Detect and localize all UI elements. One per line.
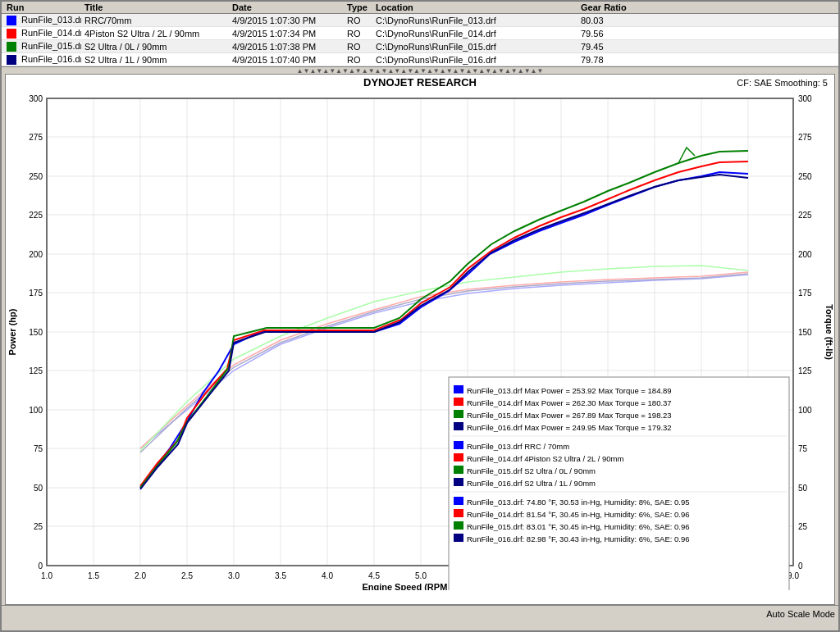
table-row[interactable]: RunFile_014.drf 4Piston S2 Ultra / 2L / … [2,27,838,40]
run-color-1 [7,16,16,25]
run-table: Run Title Date Type Location Gear Ratio … [2,2,838,67]
svg-text:4.5: 4.5 [368,571,380,580]
svg-text:25: 25 [34,522,43,531]
svg-text:5.0: 5.0 [415,571,427,580]
svg-rect-94 [454,497,463,505]
cell-gear-3: 79.45 [578,42,643,52]
svg-text:50: 50 [34,484,43,493]
table-row[interactable]: RunFile_015.drf S2 Ultra / 0L / 90mm 4/9… [2,40,838,53]
svg-text:175: 175 [29,289,43,298]
svg-text:275: 275 [798,133,812,142]
cell-title-2: 4Piston S2 Ultra / 2L / 90mm [81,29,229,39]
svg-text:225: 225 [29,211,43,220]
chart-container: DYNOJET RESEARCH CF: SAE Smoothing: 5 [5,74,835,605]
cell-type-3: RO [344,42,372,52]
svg-text:3.0: 3.0 [228,571,240,580]
cell-run-4: RunFile_016.drf [3,54,81,65]
table-row[interactable]: RunFile_016.drf S2 Ultra / 1L / 90mm 4/9… [2,53,838,66]
svg-text:RunFile_016.drf Max Power = 24: RunFile_016.drf Max Power = 249.95 Max T… [467,423,672,432]
cell-location-3: C:\DynoRuns\RunFile_015.drf [372,42,578,52]
chart-area: 300 275 250 225 200 175 150 125 100 75 5… [6,90,834,600]
col-header-type: Type [344,2,372,12]
svg-text:2.5: 2.5 [181,571,193,580]
svg-text:300: 300 [798,94,812,103]
svg-text:250: 250 [798,172,812,181]
run-color-2 [7,29,16,39]
svg-text:225: 225 [798,211,812,220]
svg-rect-96 [454,509,463,517]
cell-date-3: 4/9/2015 1:07:38 PM [229,42,344,52]
cell-date-1: 4/9/2015 1:07:30 PM [229,16,344,25]
svg-text:150: 150 [29,328,43,337]
chart-title: DYNOJET RESEARCH [363,76,477,89]
col-header-title: Title [81,2,229,12]
svg-text:Power (hp): Power (hp) [7,309,17,356]
svg-text:275: 275 [29,133,43,142]
cell-type-2: RO [344,29,372,39]
col-header-location: Location [372,2,578,12]
cell-run-1: RunFile_013.drf [3,15,81,25]
collapse-handle[interactable]: ▲▼▲▼▲▼▲▼▲▼▲▼▲▼▲▼▲▼▲▼▲▼▲▼▲▼▲▼▲▼▲▼▲▼▲▼▲▼ [2,67,838,74]
cell-gear-1: 80.03 [578,16,643,25]
chart-title-bar: DYNOJET RESEARCH CF: SAE Smoothing: 5 [6,75,834,90]
svg-text:25: 25 [798,522,808,531]
table-row[interactable]: RunFile_013.drf RRC/70mm 4/9/2015 1:07:3… [2,14,838,27]
cell-gear-2: 79.56 [578,29,643,39]
col-header-date: Date [229,2,344,12]
svg-text:RunFile_016.drf: 82.98 °F, 30.: RunFile_016.drf: 82.98 °F, 30.43 in-Hg, … [467,534,690,543]
svg-text:100: 100 [29,406,43,415]
cell-date-4: 4/9/2015 1:07:40 PM [229,55,344,65]
svg-text:200: 200 [29,250,43,259]
svg-text:150: 150 [798,328,812,337]
run-color-4 [7,55,16,65]
cell-type-4: RO [344,55,372,65]
svg-text:2.0: 2.0 [135,571,146,580]
svg-text:RunFile_016.drf S2 Ultra / 1L : RunFile_016.drf S2 Ultra / 1L / 90mm [467,479,596,488]
dyno-chart-svg: 300 275 250 225 200 175 150 125 100 75 5… [6,90,836,590]
svg-text:125: 125 [29,366,43,375]
svg-text:Torque (ft-lb): Torque (ft-lb) [824,305,834,361]
svg-text:0: 0 [798,562,803,571]
svg-rect-78 [454,398,463,406]
svg-text:300: 300 [29,94,43,103]
cell-date-2: 4/9/2015 1:07:34 PM [229,29,344,39]
svg-text:50: 50 [798,484,808,493]
svg-text:1.5: 1.5 [88,571,99,580]
svg-text:RunFile_014.drf 4Piston S2 Ult: RunFile_014.drf 4Piston S2 Ultra / 2L / … [467,454,623,463]
col-header-gear: Gear Ratio [578,2,643,12]
svg-rect-100 [454,534,463,542]
status-bar: Auto Scale Mode [2,605,838,621]
svg-text:250: 250 [29,172,43,181]
svg-text:75: 75 [798,444,808,453]
cell-gear-4: 79.78 [578,55,643,65]
cell-title-3: S2 Ultra / 0L / 90mm [81,42,229,52]
svg-rect-89 [454,466,463,474]
svg-text:RunFile_013.drf: 74.80 °F, 30.: RunFile_013.drf: 74.80 °F, 30.53 in-Hg, … [467,498,690,507]
status-label: Auto Scale Mode [766,609,835,619]
svg-text:RunFile_014.drf: 81.54 °F, 30.: RunFile_014.drf: 81.54 °F, 30.45 in-Hg, … [467,510,690,519]
svg-text:RunFile_013.drf RRC / 70mm: RunFile_013.drf RRC / 70mm [467,442,569,451]
run-color-3 [7,42,16,52]
svg-text:RunFile_015.drf S2 Ultra / 0L : RunFile_015.drf S2 Ultra / 0L / 90mm [467,466,596,475]
svg-rect-80 [454,410,463,418]
cell-run-3: RunFile_015.drf [3,41,81,52]
cell-type-1: RO [344,16,372,25]
cell-title-4: S2 Ultra / 1L / 90mm [81,55,229,65]
svg-text:175: 175 [798,289,812,298]
svg-rect-91 [454,478,463,486]
svg-rect-98 [454,521,463,530]
svg-rect-76 [454,385,463,393]
svg-text:0: 0 [38,562,43,571]
svg-text:RunFile_015.drf: 83.01 °F, 30.: RunFile_015.drf: 83.01 °F, 30.45 in-Hg, … [467,522,690,531]
svg-text:125: 125 [798,366,812,375]
svg-text:RunFile_015.drf Max Power = 26: RunFile_015.drf Max Power = 267.89 Max T… [467,411,672,420]
cell-location-2: C:\DynoRuns\RunFile_014.drf [372,29,578,39]
cell-run-2: RunFile_014.drf [3,28,81,39]
col-header-run: Run [3,2,81,12]
main-window: Run Title Date Type Location Gear Ratio … [0,0,840,632]
svg-rect-85 [454,441,463,449]
svg-text:3.5: 3.5 [275,571,286,580]
chart-cf-label: CF: SAE Smoothing: 5 [705,78,828,88]
cell-location-1: C:\DynoRuns\RunFile_013.drf [372,16,578,25]
cell-location-4: C:\DynoRuns\RunFile_016.drf [372,55,578,65]
